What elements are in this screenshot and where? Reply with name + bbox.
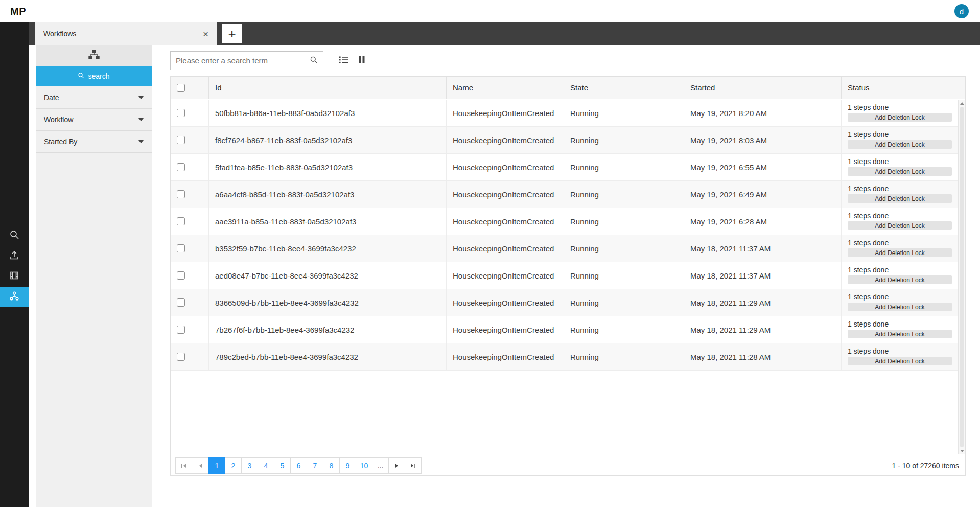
page-button-2[interactable]: 2	[225, 457, 242, 474]
row-checkbox[interactable]	[177, 298, 185, 307]
table-row[interactable]: aae3911a-b85a-11eb-883f-0a5d32102af3 Hou…	[171, 208, 958, 235]
rail-icon-group	[0, 225, 29, 307]
vertical-scrollbar[interactable]	[958, 100, 965, 454]
cell-id: f8cf7624-b867-11eb-883f-0a5d32102af3	[209, 127, 447, 153]
column-header-state[interactable]: State	[564, 77, 684, 99]
cell-state: Running	[564, 262, 684, 289]
pager-more-button[interactable]: ...	[372, 457, 389, 474]
cell-started: May 18, 2021 11:37 AM	[684, 235, 842, 262]
scroll-down-icon[interactable]	[959, 447, 965, 454]
scroll-up-icon[interactable]	[959, 100, 965, 107]
table-row[interactable]: 50fbb81a-b86a-11eb-883f-0a5d32102af3 Hou…	[171, 100, 958, 127]
hierarchy-view-button[interactable]	[36, 45, 152, 66]
steps-done-label: 1 steps done	[848, 266, 958, 274]
table-row[interactable]: 7b267f6f-b7bb-11eb-8ee4-3699fa3c4232 Hou…	[171, 316, 958, 343]
page-button-7[interactable]: 7	[307, 457, 323, 474]
row-checkbox[interactable]	[177, 326, 185, 334]
table-row[interactable]: a6aa4cf8-b85d-11eb-883f-0a5d32102af3 Hou…	[171, 181, 958, 208]
sidebar-item-workflows[interactable]	[0, 287, 29, 307]
cell-status: 1 steps done Add Deletion Lock	[842, 316, 958, 343]
previous-page-button[interactable]	[192, 457, 208, 474]
cell-id: 8366509d-b7bb-11eb-8ee4-3699fa3c4232	[209, 289, 447, 316]
cell-name: HousekeepingOnItemCreated	[447, 100, 564, 126]
page-button-5[interactable]: 5	[274, 457, 291, 474]
table-row[interactable]: f8cf7624-b867-11eb-883f-0a5d32102af3 Hou…	[171, 127, 958, 154]
steps-done-label: 1 steps done	[848, 293, 958, 301]
table-row[interactable]: 5fad1fea-b85e-11eb-883f-0a5d32102af3 Hou…	[171, 154, 958, 181]
select-all-checkbox[interactable]	[177, 84, 185, 92]
row-checkbox[interactable]	[177, 271, 185, 280]
page-button-8[interactable]: 8	[323, 457, 340, 474]
last-page-button[interactable]	[405, 457, 422, 474]
new-tab-button[interactable]: +	[222, 24, 242, 43]
table-row[interactable]: b3532f59-b7bc-11eb-8ee4-3699fa3c4232 Hou…	[171, 235, 958, 262]
cell-id: aae3911a-b85a-11eb-883f-0a5d32102af3	[209, 208, 447, 235]
step-progress-bar: Add Deletion Lock	[848, 303, 952, 311]
page-button-1[interactable]: 1	[208, 457, 225, 474]
column-header-status[interactable]: Status	[842, 77, 965, 99]
column-header-started[interactable]: Started	[684, 77, 842, 99]
cell-name: HousekeepingOnItemCreated	[447, 289, 564, 316]
cell-name: HousekeepingOnItemCreated	[447, 127, 564, 153]
filter-panel: search Date Workflow Started By	[36, 45, 152, 507]
cell-started: May 18, 2021 11:29 AM	[684, 289, 842, 316]
row-checkbox[interactable]	[177, 136, 185, 144]
filter-section-started-by[interactable]: Started By	[36, 131, 152, 153]
search-box	[170, 51, 323, 70]
cell-name: HousekeepingOnItemCreated	[447, 316, 564, 343]
row-checkbox[interactable]	[177, 190, 185, 198]
tab-bar: Workflows × +	[29, 22, 980, 45]
row-checkbox[interactable]	[177, 163, 185, 171]
workflow-icon	[9, 291, 19, 303]
scrollbar-thumb[interactable]	[960, 107, 964, 447]
table-row[interactable]: 8366509d-b7bb-11eb-8ee4-3699fa3c4232 Hou…	[171, 289, 958, 316]
table-row[interactable]: 789c2bed-b7bb-11eb-8ee4-3699fa3c4232 Hou…	[171, 343, 958, 371]
row-checkbox[interactable]	[177, 217, 185, 225]
filter-section-date[interactable]: Date	[36, 87, 152, 109]
chevron-down-icon	[138, 140, 144, 143]
main-content: Id Name State Started Status 50fbb81a-b8…	[170, 45, 966, 507]
cell-status: 1 steps done Add Deletion Lock	[842, 208, 958, 235]
row-checkbox[interactable]	[177, 353, 185, 361]
filter-section-workflow[interactable]: Workflow	[36, 109, 152, 131]
cell-state: Running	[564, 208, 684, 235]
close-icon[interactable]: ×	[203, 29, 208, 39]
first-page-button[interactable]	[175, 457, 192, 474]
page-button-9[interactable]: 9	[339, 457, 356, 474]
sidebar-item-search[interactable]	[0, 225, 29, 246]
search-button[interactable]: search	[36, 66, 152, 86]
cell-select	[171, 181, 209, 208]
cell-select	[171, 235, 209, 262]
cell-select	[171, 154, 209, 180]
page-button-3[interactable]: 3	[241, 457, 258, 474]
search-toolbar	[170, 51, 365, 70]
workflows-grid: Id Name State Started Status 50fbb81a-b8…	[170, 76, 966, 476]
cell-name: HousekeepingOnItemCreated	[447, 208, 564, 235]
next-page-button[interactable]	[388, 457, 405, 474]
page-button-4[interactable]: 4	[258, 457, 274, 474]
app-logo[interactable]: MP	[10, 6, 26, 17]
sidebar-item-media[interactable]	[0, 266, 29, 287]
page-button-6[interactable]: 6	[290, 457, 307, 474]
table-row[interactable]: aed08e47-b7bc-11eb-8ee4-3699fa3c4232 Hou…	[171, 262, 958, 289]
step-progress-bar: Add Deletion Lock	[848, 221, 952, 230]
step-progress-bar: Add Deletion Lock	[848, 140, 952, 149]
list-view-button[interactable]	[339, 56, 349, 66]
page-button-10[interactable]: 10	[356, 457, 372, 474]
search-input[interactable]	[171, 56, 305, 65]
search-submit-button[interactable]	[305, 52, 323, 70]
upload-icon	[9, 250, 19, 262]
pause-button[interactable]	[358, 56, 365, 66]
row-checkbox[interactable]	[177, 109, 185, 117]
steps-done-label: 1 steps done	[848, 347, 958, 355]
cell-state: Running	[564, 100, 684, 126]
cell-select	[171, 343, 209, 370]
user-avatar[interactable]: d	[954, 4, 969, 18]
row-checkbox[interactable]	[177, 244, 185, 252]
tab-workflows[interactable]: Workflows ×	[35, 22, 217, 45]
sidebar-item-upload[interactable]	[0, 246, 29, 266]
column-header-name[interactable]: Name	[447, 77, 564, 99]
cell-id: 789c2bed-b7bb-11eb-8ee4-3699fa3c4232	[209, 343, 447, 370]
cell-status: 1 steps done Add Deletion Lock	[842, 343, 958, 370]
column-header-id[interactable]: Id	[209, 77, 447, 99]
